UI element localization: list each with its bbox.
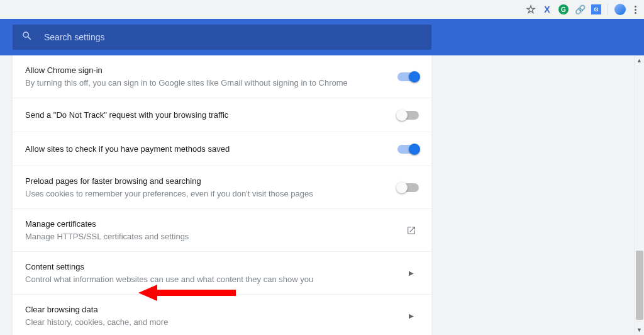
extension-x-icon[interactable]: X [542, 4, 552, 14]
toggle-allow-signin[interactable] [397, 72, 419, 81]
search-input[interactable] [44, 32, 423, 42]
toggle-do-not-track[interactable] [397, 111, 419, 120]
browser-toolbar: ☆ X G 🔗 G [0, 0, 644, 19]
extension-link-icon[interactable]: 🔗 [575, 4, 585, 14]
row-title: Preload pages for faster browsing and se… [25, 175, 385, 188]
row-payment-methods: Allow sites to check if you have payment… [13, 132, 431, 166]
profile-avatar[interactable] [614, 4, 626, 15]
scroll-down-icon[interactable]: ▼ [635, 325, 644, 335]
row-title: Content settings [25, 261, 391, 273]
row-subtitle: Control what information websites can us… [25, 273, 391, 286]
toolbar-separator [608, 4, 608, 15]
chevron-right-icon: ▶ [404, 270, 419, 276]
extension-translate-icon[interactable]: G [591, 4, 601, 14]
row-allow-signin: Allow Chrome sign-in By turning this off… [13, 55, 431, 98]
extension-grammarly-icon[interactable]: G [558, 4, 569, 14]
row-manage-certificates[interactable]: Manage certificates Manage HTTPS/SSL cer… [13, 209, 431, 252]
row-title: Allow sites to check if you have payment… [25, 143, 385, 156]
scroll-up-icon[interactable]: ▲ [635, 55, 644, 65]
search-settings-box[interactable] [13, 25, 431, 50]
row-title: Send a "Do Not Track" request with your … [25, 109, 385, 122]
settings-header [0, 19, 644, 55]
row-title: Manage certificates [25, 218, 391, 230]
toggle-payment-methods[interactable] [397, 145, 419, 154]
vertical-scrollbar[interactable]: ▲ ▼ [634, 55, 644, 335]
row-title: Clear browsing data [25, 304, 391, 316]
chevron-right-icon: ▶ [404, 312, 419, 319]
row-title: Allow Chrome sign-in [25, 64, 385, 77]
star-icon[interactable]: ☆ [526, 4, 536, 14]
open-external-icon [404, 225, 419, 236]
row-content-settings[interactable]: Content settings Control what informatio… [13, 252, 431, 295]
row-subtitle: Clear history, cookies, cache, and more [25, 316, 391, 329]
more-menu-icon[interactable] [632, 3, 639, 16]
row-do-not-track: Send a "Do Not Track" request with your … [13, 98, 431, 132]
search-icon [21, 30, 33, 44]
scroll-thumb[interactable] [636, 251, 643, 320]
row-subtitle: By turning this off, you can sign in to … [25, 77, 385, 89]
settings-card: Allow Chrome sign-in By turning this off… [13, 55, 431, 335]
toggle-preload-pages[interactable] [397, 183, 419, 192]
row-preload-pages: Preload pages for faster browsing and se… [13, 166, 431, 209]
row-subtitle: Manage HTTPS/SSL certificates and settin… [25, 230, 391, 243]
row-clear-browsing-data[interactable]: Clear browsing data Clear history, cooki… [13, 295, 431, 335]
row-subtitle: Uses cookies to remember your preference… [25, 188, 385, 200]
settings-content: Allow Chrome sign-in By turning this off… [0, 55, 644, 335]
